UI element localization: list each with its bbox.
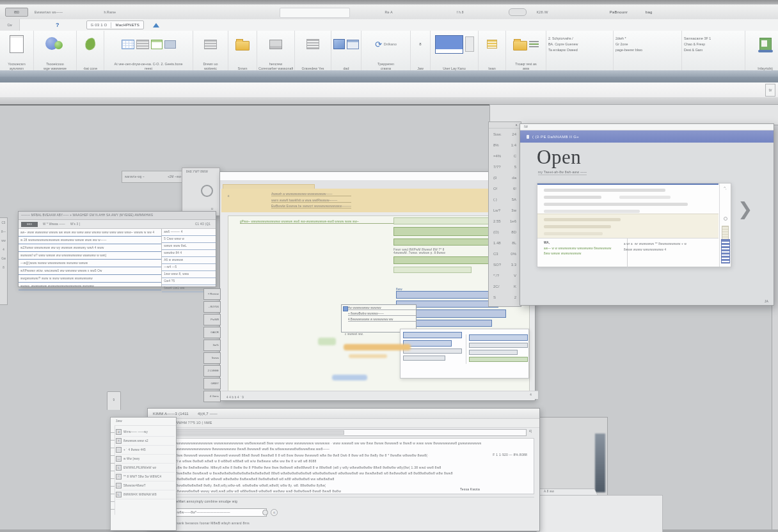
table-row[interactable]: 1ww www 8, wwa — [162, 271, 216, 278]
tool-icon[interactable]: 7/7? — [493, 165, 501, 169]
sidebar-list-window[interactable]: 3ww 4 Wrrw—— ——wy T 8wwwww.www s2 · + ˙ … — [110, 417, 177, 531]
scroll-track[interactable] — [167, 429, 527, 436]
ribbon-group-bigblue[interactable]: User Lay Kanu — [431, 31, 479, 71]
bottom-window-menubar[interactable]: — Ewn WWHM 77*5 1O ( NWE — [148, 419, 539, 428]
left-window-toolbar[interactable]: EK3 W * Wwwa —— W's 3 ] C1 4O (Q1 — [19, 220, 216, 229]
list-item[interactable]: 4 Wrrw—— ——wy — [116, 428, 175, 437]
input-side-button[interactable]: 4( — [271, 509, 278, 516]
overlay-panel[interactable] — [400, 329, 529, 379]
tool-icon[interactable]: 8L — [512, 241, 516, 245]
open-dialog[interactable]: IW ( (3·PE DaNNAMB II G+ Open my Tweet-a… — [520, 123, 774, 306]
table-row[interactable]: 5 Cww www w — [162, 236, 216, 243]
tool-icon[interactable]: S — [493, 295, 496, 299]
ribbon-group-textlist-2[interactable]: 2dwh *Gr 2onepage-beerer blwo — [614, 31, 682, 71]
table-row[interactable]: w 28 wwwwwwwwwwwwww wwwwww wwww www ww w… — [19, 237, 161, 244]
green-table-icon[interactable] — [151, 40, 163, 49]
table-row[interactable]: —w@)www wwww wwwwwwww wwwww wwww — [19, 260, 161, 267]
stack-button[interactable]: 3w% — [203, 340, 221, 351]
chevron-right-icon[interactable]: ❯ — [738, 198, 752, 219]
tool-icon[interactable]: C — [514, 154, 516, 158]
titlebar-pill[interactable] — [509, 8, 527, 16]
ribbon-group-lines[interactable]: Drewn uo wotteetc — [193, 31, 228, 71]
table-row[interactable]: aw6 ——— 4 — [162, 229, 216, 236]
tool-icon[interactable]: 5A — [512, 198, 516, 201]
tiny-icon[interactable]: 8 — [419, 42, 422, 46]
table-row[interactable]: w2Xwww wwwwwww ww wy wwwww wwwwwy wwA 4 … — [19, 244, 161, 252]
stack-button[interactable]: 4 Gens — [203, 391, 221, 402]
folder-icon[interactable] — [235, 41, 250, 51]
bottom-text-window[interactable]: KIMM A——3 (1411 4)(4,7 —— — Ewn WWHM 77*… — [147, 408, 540, 531]
list-item[interactable]: — w Ww [wwy — [116, 455, 175, 464]
ribbon-group-document[interactable]: Yocsoecsm aysvwsm — [0, 31, 34, 71]
folder-shape[interactable] — [536, 495, 663, 532]
folder-chart-icon[interactable] — [513, 41, 527, 51]
stack-button[interactable]: GREY — [203, 378, 221, 389]
ribbon-group-yellow[interactable]: Iwan — [479, 31, 506, 71]
menu-item-1[interactable]: PaBnounr — [610, 10, 628, 14]
table-row[interactable]: wXPwwwn wttw. wwcwww0 ww wwwww wwww x ww… — [19, 267, 161, 275]
stack-button[interactable]: PwW8 — [203, 314, 221, 325]
tool-icon[interactable]: 2C/ — [493, 285, 499, 288]
tool-icon[interactable]: =4% — [493, 154, 501, 158]
tool-icon[interactable]: da — [512, 176, 516, 180]
ribbon-group-printer[interactable]: hencrew Coremarber wassonaft seved — [257, 31, 295, 71]
table-row[interactable]: wwwn www 8wL — [162, 243, 216, 250]
band-edge-icon[interactable]: 9/ — [765, 84, 775, 97]
ribbon-option[interactable]: Dest & Gam — [684, 48, 743, 52]
document-icon[interactable] — [10, 35, 24, 53]
address-button[interactable]: 4] — [529, 430, 532, 433]
app-titlebar[interactable]: IBD Ewwwrtwn ws—— h.Rame Ra·A f h.8 K28.… — [0, 4, 778, 20]
list-item[interactable]: — 58wwtwr48wwT — [116, 481, 175, 490]
quick-access-toolbar-icon[interactable]: IBD — [5, 8, 28, 17]
tool-icon[interactable]: Suw. — [493, 132, 502, 136]
stack-button[interactable]: - 8UY06 — [203, 301, 221, 313]
tool-icon[interactable]: 5 — [514, 165, 516, 169]
search-group[interactable]: G 03 1 O MacHPNETS — [86, 20, 144, 29]
plant-icon[interactable] — [84, 38, 96, 51]
gray-page-icon[interactable] — [465, 36, 474, 52]
list-item[interactable]: * ** 8 WW? 58w 5w W8WC4 — [116, 473, 175, 481]
table-row[interactable]: wwgwwwww/? www w www wwwwww wwwwwwww — [19, 275, 161, 283]
tool-icon[interactable]: 2.55 — [493, 219, 501, 223]
tool-palette-strip[interactable]: a. Suw. 24 8% 1:4 =4% C 7/7? — [488, 121, 521, 307]
refresh-icon[interactable]: ⟳ — [375, 40, 382, 49]
text-input-field[interactable]: w8w8w——8w*—————————— — [170, 508, 267, 517]
ribbon-option[interactable]: Samsacame 3F 1 — [684, 36, 743, 40]
ribbon-group-stripes[interactable]: Gravedew Yes — [295, 31, 331, 71]
circle-icon[interactable] — [201, 185, 213, 197]
table-row[interactable]: wwwwwf w? www wwww ww wwwwwwwww wawwww w… — [19, 252, 161, 260]
blue-chart-icon[interactable] — [435, 35, 463, 54]
striped-list-icon[interactable] — [306, 39, 319, 49]
input-knob[interactable] — [262, 510, 268, 515]
ribbon-group-tiny[interactable]: 8 Jaw — [411, 31, 431, 71]
ribbon-option[interactable]: BA. Copre Guenew — [548, 42, 611, 46]
ribbon-group-folder2[interactable]: Troaqr rest as awa — [506, 31, 546, 71]
ribbon-group-textlist-3[interactable]: Samsacame 3F 1Chao & FrespDest & Gam — [682, 31, 745, 71]
toolbar-chip[interactable]: EK3 — [21, 222, 38, 227]
mini-toolbar[interactable]: wanwrte-wg ~ +2M ~ww· 2 — [122, 171, 188, 183]
tool-icon[interactable]: 3.3 — [511, 263, 516, 267]
left-window-tabs[interactable]: ——— MFBAL BVEAAW ABY—— + WAAGHEF GW N.AH… — [19, 212, 216, 220]
ribbon-group-textlist-1[interactable]: 2. Schpiorvahs /BA. Copre GuenewTa emkap… — [546, 31, 614, 71]
stack-button[interactable]: « Renew — [203, 288, 221, 300]
scroll-handle[interactable] — [170, 430, 344, 435]
ribbon-group-refresh[interactable]: ⟳ Dnlkano Tpepperen crasna — [361, 31, 411, 71]
document-canvas[interactable]: gPww~ wwwwwwwwwwwww wwwww ww0 ww-wwwwwww… — [228, 215, 530, 392]
floating-palette[interactable]: 8A8.YW? 8WW u — [182, 168, 220, 216]
tool-icon[interactable]: 0% — [511, 252, 516, 256]
file-preview-card[interactable]: WA, aw— w w wwwwwwww wwwwwww 8wwwwwww 8w… — [537, 183, 731, 267]
file-tab[interactable]: Cw — [0, 19, 20, 31]
tool-icon[interactable]: 1e6 — [510, 219, 516, 223]
title-button-b[interactable]: f h.8 — [457, 10, 464, 14]
rail-glyph[interactable]: ^, — [720, 186, 731, 190]
ribbon-group-box[interactable]: dad — [331, 31, 361, 71]
window-tab-nub[interactable]: 9 — [107, 391, 121, 410]
table-row[interactable]: —w4 —5 — [162, 264, 216, 271]
tool-icon[interactable]: Lw? — [493, 208, 500, 212]
ribbon-option[interactable]: Chao & Fresp — [684, 42, 743, 46]
table-row[interactable]: A6 w wwwww — [162, 257, 216, 264]
list-item[interactable]: · + ˙ 4 8www 445 — [116, 446, 175, 455]
checkbox-line[interactable]: Γ 8r sank benanos foonar M8wB wfayh anra… — [170, 521, 250, 525]
list-item[interactable]: L. 8WWW4X W8WAW.W8 — [116, 490, 175, 499]
table-row[interactable]: Gw4 ?5 — [162, 278, 216, 285]
